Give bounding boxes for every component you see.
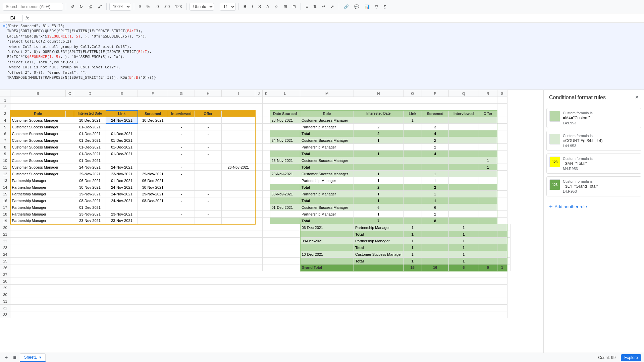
- cell-M18[interactable]: Partnership Manager: [300, 211, 354, 218]
- cell-N12[interactable]: 1: [354, 171, 404, 177]
- cell-K26[interactable]: [270, 264, 300, 271]
- cell-K1[interactable]: [263, 97, 270, 104]
- right-header-role[interactable]: Role: [300, 110, 354, 117]
- cell-L7[interactable]: 24-Nov-2021: [270, 137, 300, 144]
- cell-R17[interactable]: [479, 204, 497, 211]
- cell-F4[interactable]: 10-Dec-2021: [138, 117, 168, 124]
- col-header-G[interactable]: G: [168, 90, 195, 97]
- cell-I10[interactable]: [222, 157, 255, 164]
- cell-J3[interactable]: [255, 110, 263, 117]
- cell-O5[interactable]: [403, 124, 422, 130]
- cell-J20[interactable]: [263, 224, 270, 231]
- cell-S6[interactable]: [497, 130, 507, 137]
- cell-Q16[interactable]: [448, 197, 479, 204]
- cell-L16[interactable]: [270, 197, 300, 204]
- cell-K19[interactable]: [263, 218, 270, 224]
- cell-F5[interactable]: [138, 124, 168, 130]
- cell-H17[interactable]: -: [195, 204, 222, 211]
- cell-L26[interactable]: Grand Total: [300, 264, 354, 271]
- cell-Q20[interactable]: [479, 224, 497, 231]
- cell-M12[interactable]: Customer Success Manager: [300, 171, 354, 177]
- cell-S9[interactable]: [497, 150, 507, 157]
- cell-F8[interactable]: [138, 144, 168, 150]
- cf-rule-1[interactable]: Custom formula is =M4="Custom" L4:L953: [546, 108, 641, 128]
- cell-P25[interactable]: 1: [448, 258, 479, 264]
- cell-S4[interactable]: [497, 117, 507, 124]
- cell-R7[interactable]: [479, 137, 497, 144]
- cell-P21[interactable]: 1: [448, 231, 479, 238]
- cell-S14[interactable]: [497, 184, 507, 191]
- cell-L13[interactable]: [270, 177, 300, 184]
- col-header-N[interactable]: N: [354, 90, 404, 97]
- empty-cell[interactable]: [270, 97, 497, 104]
- link-button[interactable]: 🔗: [342, 3, 351, 10]
- cell-L24[interactable]: 10-Dec-2021: [300, 251, 354, 258]
- cell-P5[interactable]: 3: [422, 124, 448, 130]
- cell-L21[interactable]: [300, 231, 354, 238]
- cell-O8[interactable]: [403, 144, 422, 150]
- cell-E15[interactable]: 24-Nov-2021: [106, 191, 138, 197]
- cell-D6[interactable]: 01-Dec-2021: [74, 130, 106, 137]
- empty-B25[interactable]: [10, 258, 263, 264]
- cell-M4[interactable]: Customer Success Manager: [300, 117, 354, 124]
- cell-G7[interactable]: -: [168, 137, 195, 144]
- cell-S17[interactable]: [497, 204, 507, 211]
- cell-K15[interactable]: [263, 191, 270, 197]
- cell-J15[interactable]: [255, 191, 263, 197]
- cell-Q13[interactable]: [448, 177, 479, 184]
- cell-E7[interactable]: 01-Dec-2021: [106, 137, 138, 144]
- cell-Q15[interactable]: [448, 191, 479, 197]
- cell-R8[interactable]: [479, 144, 497, 150]
- cell-R11[interactable]: 1: [479, 164, 497, 171]
- cell-M20[interactable]: Partnership Manager: [354, 224, 404, 231]
- empty-cell[interactable]: [10, 104, 255, 110]
- cell-M11[interactable]: Total: [300, 164, 354, 171]
- cell-L22[interactable]: 08-Dec-2021: [300, 238, 354, 244]
- cf-close-button[interactable]: ×: [635, 94, 639, 101]
- sheet-tab-sheet1[interactable]: Sheet1 ▾: [20, 353, 46, 362]
- cell-N9[interactable]: 1: [354, 150, 404, 157]
- cell-P15[interactable]: 1: [422, 191, 448, 197]
- currency-button[interactable]: $: [137, 3, 143, 10]
- cell-E5[interactable]: [106, 124, 138, 130]
- valign-button[interactable]: ⇅: [311, 3, 319, 10]
- empty-B22[interactable]: [10, 238, 263, 244]
- cell-M23[interactable]: Total: [354, 244, 404, 251]
- cell-I11[interactable]: 26-Nov-2021: [222, 164, 255, 171]
- cell-G17[interactable]: -: [168, 204, 195, 211]
- percent-button[interactable]: %: [145, 3, 152, 10]
- cell-K7[interactable]: [263, 137, 270, 144]
- cell-S20[interactable]: [507, 224, 511, 231]
- cell-K2[interactable]: [263, 104, 270, 110]
- cell-R13[interactable]: [479, 177, 497, 184]
- cell-J19[interactable]: [255, 218, 263, 224]
- cell-L9[interactable]: [270, 150, 300, 157]
- cell-K9[interactable]: [263, 150, 270, 157]
- cell-P19[interactable]: 8: [422, 218, 448, 224]
- text-color-button[interactable]: A: [264, 3, 271, 10]
- cell-I7[interactable]: [222, 137, 255, 144]
- cell-D17[interactable]: 01-Dec-2021: [74, 204, 106, 211]
- cell-P8[interactable]: 2: [422, 144, 448, 150]
- cell-I9[interactable]: [222, 150, 255, 157]
- cell-O6[interactable]: [403, 130, 422, 137]
- col-header-J[interactable]: J: [255, 90, 263, 97]
- cell-M17[interactable]: Customer Success Manager: [300, 204, 354, 211]
- cell-P6[interactable]: 4: [422, 130, 448, 137]
- cell-F19[interactable]: [138, 218, 168, 224]
- cell-S15[interactable]: [497, 191, 507, 197]
- cell-L20[interactable]: 06-Dec-2021: [300, 224, 354, 231]
- cell-I6[interactable]: [222, 130, 255, 137]
- cell-J8[interactable]: [255, 144, 263, 150]
- cell-E12[interactable]: 23-Nov-2021: [106, 171, 138, 177]
- cell-D8[interactable]: 01-Dec-2021: [74, 144, 106, 150]
- cell-D12[interactable]: 29-Nov-2021: [74, 171, 106, 177]
- left-header-interviewed[interactable]: Interviewed: [168, 110, 195, 117]
- cell-D14[interactable]: 30-Nov-2021: [74, 184, 106, 191]
- cell-F7[interactable]: [138, 137, 168, 144]
- cell-D15[interactable]: 29-Nov-2021: [74, 191, 106, 197]
- decimal1-button[interactable]: .0: [153, 3, 161, 10]
- cell-I13[interactable]: [222, 177, 255, 184]
- cell-G10[interactable]: -: [168, 157, 195, 164]
- col-header-D[interactable]: D: [74, 90, 106, 97]
